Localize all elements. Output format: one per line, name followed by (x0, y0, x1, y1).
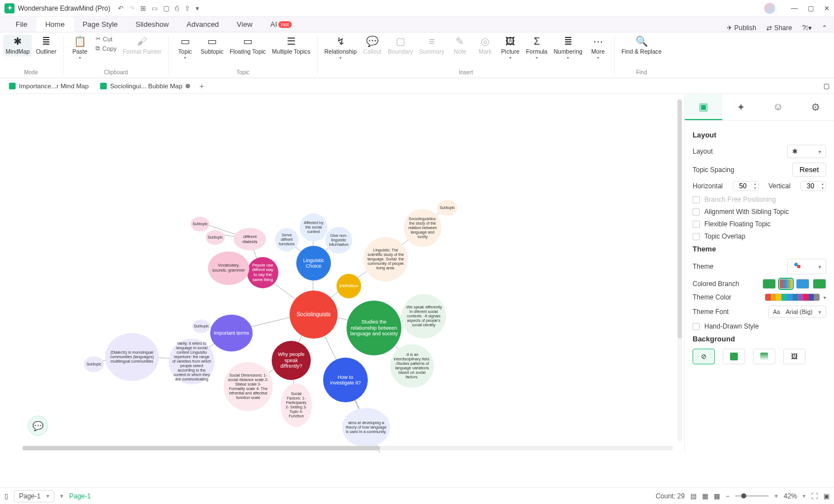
spin-down-icon[interactable]: ▾ (822, 186, 824, 191)
node-important[interactable]: Important terms (210, 315, 253, 351)
node-aims[interactable]: aims at developing a theory of how langu… (342, 408, 390, 447)
open-icon[interactable]: ▭ (151, 4, 158, 12)
menu-slideshow[interactable]: Slideshow (127, 17, 178, 32)
node-social-fac[interactable]: Social Factors: 1- Participants 2- Setti… (281, 383, 312, 427)
help-icon[interactable]: ?⃝▾ (802, 24, 812, 32)
node-give[interactable]: Give non-linguistic information (325, 227, 352, 254)
paste-button[interactable]: 📋Paste▾ (68, 35, 92, 61)
add-tab-button[interactable]: + (199, 81, 204, 91)
subtopic-button[interactable]: ▭Subtopic (198, 35, 226, 56)
menu-view[interactable]: View (228, 17, 262, 32)
topic-overlap-checkbox[interactable]: Topic Overlap (693, 232, 826, 240)
floating-topic-button[interactable]: ▭Floating Topic (228, 35, 268, 56)
align-sibling-checkbox[interactable]: Alignment With Sibling Topic (693, 208, 826, 216)
copy-button[interactable]: ⧉Copy (93, 44, 119, 53)
fit-icon[interactable]: ▣ (823, 492, 830, 500)
v-scrollbar[interactable] (677, 99, 682, 441)
page-selector[interactable]: Page-1▾ (14, 490, 54, 502)
menu-page-style[interactable]: Page Style (74, 17, 127, 32)
doc-tab-2[interactable]: Sociolingui... Bubble Map (94, 80, 196, 92)
branch-style-4[interactable] (813, 279, 826, 289)
add-page-button[interactable]: + (60, 492, 64, 500)
chevron-down-icon[interactable]: ▾ (803, 493, 805, 499)
layout-select[interactable]: ✱▾ (787, 145, 826, 158)
vertical-input[interactable]: ▴▾ (800, 181, 826, 191)
bg-gradient[interactable] (753, 349, 775, 364)
formula-button[interactable]: ΣFormula▾ (524, 35, 550, 61)
node-subtopic-3[interactable]: Subtopic (206, 230, 225, 245)
print-icon[interactable]: ⎙ (175, 4, 179, 12)
h-scroll-thumb[interactable] (22, 446, 380, 450)
node-definition[interactable]: Definition (337, 274, 361, 298)
hand-drawn-checkbox[interactable]: Hand-Drawn Style (693, 322, 826, 330)
publish-button[interactable]: ✈Publish (727, 24, 756, 32)
node-vocab[interactable]: Vocabulary, sounds, grammer (208, 251, 249, 285)
node-socio-study[interactable]: Sociolinguistics: the study of the relat… (404, 209, 442, 247)
summary-button[interactable]: ≡Summary (417, 35, 447, 56)
node-ling-social[interactable]: Linguistic: The scientific study of the … (363, 237, 408, 282)
share-button[interactable]: ⇄Share (766, 24, 792, 32)
close-button[interactable]: ✕ (824, 4, 830, 12)
node-studies[interactable]: Studies the relationship between languag… (347, 301, 401, 355)
node-subtopic-4[interactable]: Subtopic (437, 200, 457, 216)
node-people-same[interactable]: Pepole use diffrent way to say the same … (247, 257, 278, 288)
mindmap-mode-button[interactable]: ✱MindMap (3, 35, 32, 56)
tab-settings[interactable]: ⚙ (797, 94, 834, 120)
picture-button[interactable]: 🖼Picture▾ (499, 35, 522, 61)
node-affected[interactable]: Affected by the social context (300, 213, 328, 241)
bg-image[interactable]: 🖼 (783, 349, 805, 364)
save-icon[interactable]: ▢ (163, 4, 169, 12)
node-dialects-lang[interactable]: (Dialects) in monolingual communities (l… (105, 333, 159, 381)
note-button[interactable]: ✎Note (448, 35, 472, 56)
menu-home[interactable]: Home (36, 17, 74, 32)
branch-style-1[interactable] (762, 279, 776, 289)
horizontal-input[interactable]: ▴▾ (733, 181, 759, 191)
theme-color-palette[interactable] (765, 293, 820, 301)
menu-ai[interactable]: AI Hot (262, 17, 301, 32)
mark-button[interactable]: ◎Mark (473, 35, 497, 56)
view-mode-3-icon[interactable]: ▩ (714, 492, 720, 500)
menu-file[interactable]: File (7, 17, 36, 32)
tab-style[interactable]: ▣ (685, 94, 722, 120)
bg-solid[interactable] (723, 349, 745, 364)
node-dialects[interactable]: diffrent dialests (234, 228, 266, 250)
find-replace-button[interactable]: 🔍Find & Replace (619, 35, 664, 56)
relationship-button[interactable]: ↯Relationship▾ (322, 35, 359, 61)
minimize-button[interactable]: — (791, 4, 798, 12)
bg-none[interactable]: ⊘ (693, 349, 715, 364)
redo-icon[interactable]: ↷ (129, 4, 135, 12)
zoom-knob[interactable] (741, 493, 746, 498)
node-linguistic-choice[interactable]: Linguistic Choice (296, 246, 331, 280)
branch-style-2[interactable] (779, 279, 793, 289)
user-avatar[interactable] (764, 3, 775, 14)
spin-up-icon[interactable]: ▴ (754, 182, 756, 186)
h-scrollbar[interactable] (22, 446, 673, 450)
topic-button[interactable]: ▭Topic▾ (173, 35, 197, 61)
zoom-level[interactable]: 42% (784, 492, 797, 500)
node-serve[interactable]: Serve diffrent functions (275, 228, 298, 251)
fullscreen-icon[interactable]: ⛶ (811, 492, 818, 500)
spin-up-icon[interactable]: ▴ (822, 182, 824, 186)
doc-tab-1[interactable]: Importance...r Mind Map (3, 80, 94, 92)
node-social-dim[interactable]: Social Dimensions: 1-social distance sca… (224, 362, 273, 411)
callout-button[interactable]: 💬Callout (361, 35, 384, 56)
v-scroll-thumb[interactable] (677, 99, 682, 339)
format-painter-button[interactable]: 🖌Format Painter (121, 35, 164, 56)
node-varity[interactable]: Varity: it refers to language in social … (169, 339, 215, 384)
panel-toggle-icon[interactable]: ▢ (823, 82, 830, 90)
menu-advanced[interactable]: Advanced (178, 17, 228, 32)
vertical-value[interactable] (801, 182, 820, 190)
view-mode-2-icon[interactable]: ▦ (702, 492, 708, 500)
zoom-out-button[interactable]: − (726, 492, 729, 500)
node-inter[interactable]: -It is an interdisciplinary field. -Stud… (390, 344, 434, 388)
chevron-down-icon[interactable]: ▾ (823, 294, 826, 301)
node-why[interactable]: Why people speak diffrently? (272, 341, 311, 380)
node-speak-diff[interactable]: -We speak differently in diferent social… (401, 294, 446, 339)
node-subtopic-2[interactable]: Subtopic (191, 217, 210, 231)
undo-icon[interactable]: ↶ (118, 4, 124, 12)
node-center[interactable]: Sociolinguists (290, 291, 338, 339)
outline-toggle-icon[interactable]: ▯ (4, 492, 8, 500)
zoom-slider[interactable] (735, 495, 769, 497)
zoom-in-button[interactable]: + (774, 492, 778, 500)
view-mode-1-icon[interactable]: ▤ (690, 492, 696, 500)
